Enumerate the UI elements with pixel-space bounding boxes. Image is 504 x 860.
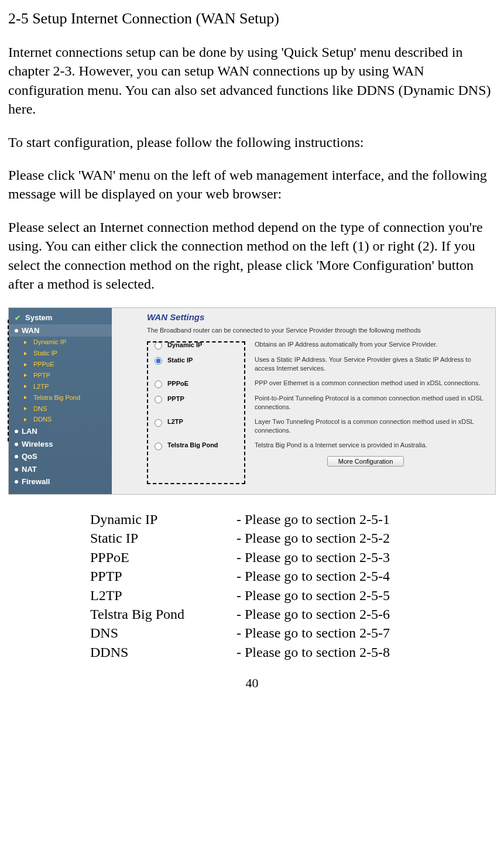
sidebar-sub-dns[interactable]: DNS xyxy=(9,403,112,414)
arrow-icon xyxy=(24,341,30,344)
bullet-icon xyxy=(15,455,18,458)
sidebar-sub-static-ip[interactable]: Static IP xyxy=(9,348,112,359)
ref-row: PPPoE- Please go to section 2-5-3 xyxy=(90,548,496,567)
option-desc: Obtains an IP Address automatically from… xyxy=(241,340,491,349)
sidebar-sub-label: Static IP xyxy=(33,349,57,358)
option-row-pppoe: PPPoE PPP over Ethernet is a common conn… xyxy=(147,379,491,388)
sidebar-label: WAN xyxy=(22,326,39,336)
ref-label: L2TP xyxy=(90,586,236,605)
page-heading: 2-5 Setup Internet Connection (WAN Setup… xyxy=(8,8,496,29)
radio-static-ip[interactable] xyxy=(155,357,162,365)
arrow-icon xyxy=(24,385,30,388)
option-label: L2TP xyxy=(167,417,183,426)
ref-target: - Please go to section 2-5-3 xyxy=(236,548,390,567)
radio-l2tp[interactable] xyxy=(155,419,162,427)
sidebar-label: System xyxy=(25,313,52,323)
panel-title: WAN Settings xyxy=(147,311,491,323)
ref-target: - Please go to section 2-5-4 xyxy=(236,567,390,585)
ref-target: - Please go to section 2-5-7 xyxy=(236,623,390,642)
paragraph-2: To start configuration, please follow th… xyxy=(8,133,496,152)
ref-label: PPTP xyxy=(90,567,236,585)
more-configuration-button[interactable]: More Configuration xyxy=(327,456,404,467)
sidebar-item-lan[interactable]: LAN xyxy=(9,425,112,438)
sidebar-label: LAN xyxy=(22,426,37,437)
arrow-icon xyxy=(24,407,30,410)
ref-label: DDNS xyxy=(90,643,236,662)
option-pptp[interactable]: PPTP xyxy=(147,394,241,403)
sidebar-label: NAT xyxy=(22,464,37,475)
option-telstra[interactable]: Telstra Big Pond xyxy=(147,441,241,450)
option-desc: PPP over Ethernet is a common connection… xyxy=(241,379,491,388)
ref-row: Dynamic IP- Please go to section 2-5-1 xyxy=(90,510,496,529)
arrow-icon xyxy=(24,352,30,355)
paragraph-4: Please select an Internet connection met… xyxy=(8,218,496,294)
option-label: Dynamic IP xyxy=(167,341,202,350)
sidebar-sub-label: DDNS xyxy=(33,415,52,424)
option-desc: Point-to-Point Tunneling Protocol is a c… xyxy=(241,394,491,412)
sidebar-label: Firewall xyxy=(22,477,50,487)
section-reference-list: Dynamic IP- Please go to section 2-5-1 S… xyxy=(90,510,496,662)
ref-target: - Please go to section 2-5-2 xyxy=(236,529,390,547)
page-number: 40 xyxy=(8,674,496,692)
sidebar-sub-telstra[interactable]: Telstra Big Pond xyxy=(9,392,112,403)
ref-target: - Please go to section 2-5-5 xyxy=(236,586,390,605)
sidebar-item-wireless[interactable]: Wireless xyxy=(9,438,112,451)
ref-row: DNS- Please go to section 2-5-7 xyxy=(90,623,496,642)
bullet-icon xyxy=(15,329,18,333)
option-static-ip[interactable]: Static IP xyxy=(147,355,241,365)
arrow-icon xyxy=(24,374,30,377)
sidebar-label: Wireless xyxy=(22,439,53,450)
option-row-pptp: PPTP Point-to-Point Tunneling Protocol i… xyxy=(147,394,491,412)
sidebar-label: QoS xyxy=(22,451,37,462)
option-label: PPTP xyxy=(167,395,184,403)
sidebar-sub-label: Telstra Big Pond xyxy=(33,393,80,402)
ref-row: PPTP- Please go to section 2-5-4 xyxy=(90,567,496,585)
arrow-icon xyxy=(24,396,30,399)
sidebar-item-firewall[interactable]: Firewall xyxy=(9,475,112,488)
ref-row: Telstra Big Pond- Please go to section 2… xyxy=(90,605,496,623)
panel-description: The Broadband router can be connected to… xyxy=(147,326,491,335)
bullet-icon xyxy=(15,443,18,446)
ref-label: Dynamic IP xyxy=(90,510,236,529)
radio-dynamic-ip[interactable] xyxy=(155,342,162,350)
ref-label: DNS xyxy=(90,623,236,642)
option-desc: Telstra Big Pond is a Internet service i… xyxy=(241,441,491,450)
arrow-icon xyxy=(24,418,30,422)
bullet-icon xyxy=(15,430,18,433)
sidebar-item-nat[interactable]: NAT xyxy=(9,463,112,476)
radio-telstra[interactable] xyxy=(155,443,162,450)
sidebar-sub-ddns[interactable]: DDNS xyxy=(9,414,112,425)
option-dynamic-ip[interactable]: Dynamic IP xyxy=(147,340,241,350)
router-ui-screenshot: 1 2 ✔ System WAN Dynamic IP Static IP PP… xyxy=(8,307,496,495)
sidebar-item-wan[interactable]: WAN xyxy=(9,324,112,337)
wan-options-group: Dynamic IP Obtains an IP Address automat… xyxy=(147,340,491,450)
option-desc: Layer Two Tunneling Protocol is a common… xyxy=(241,417,491,435)
radio-pptp[interactable] xyxy=(155,396,162,403)
sidebar-sub-label: PPPoE xyxy=(33,360,54,369)
sidebar-sub-pptp[interactable]: PPTP xyxy=(9,370,112,381)
option-l2tp[interactable]: L2TP xyxy=(147,417,241,427)
sidebar-sub-label: L2TP xyxy=(33,382,49,391)
sidebar-sub-pppoe[interactable]: PPPoE xyxy=(9,359,112,370)
option-row-telstra: Telstra Big Pond Telstra Big Pond is a I… xyxy=(147,441,491,450)
sidebar-sub-label: Dynamic IP xyxy=(33,338,66,347)
option-row-dynamic-ip: Dynamic IP Obtains an IP Address automat… xyxy=(147,340,491,350)
option-row-static-ip: Static IP Uses a Static IP Address. Your… xyxy=(147,355,491,373)
bullet-icon xyxy=(15,480,18,484)
sidebar-item-qos[interactable]: QoS xyxy=(9,450,112,463)
sidebar-sub-l2tp[interactable]: L2TP xyxy=(9,381,112,392)
ref-target: - Please go to section 2-5-6 xyxy=(236,605,390,623)
paragraph-1: Internet connections setup can be done b… xyxy=(8,43,496,119)
option-label: Static IP xyxy=(167,356,193,365)
sidebar-sub-label: PPTP xyxy=(33,371,50,380)
check-icon: ✔ xyxy=(15,314,22,321)
option-label: Telstra Big Pond xyxy=(167,441,218,450)
bullet-icon xyxy=(15,468,18,471)
sidebar-sub-dynamic-ip[interactable]: Dynamic IP xyxy=(9,337,112,348)
ref-target: - Please go to section 2-5-1 xyxy=(236,510,390,529)
ref-row: L2TP- Please go to section 2-5-5 xyxy=(90,586,496,605)
ref-label: Telstra Big Pond xyxy=(90,605,236,623)
option-pppoe[interactable]: PPPoE xyxy=(147,379,241,388)
sidebar-item-system[interactable]: ✔ System xyxy=(9,311,112,324)
radio-pppoe[interactable] xyxy=(155,381,162,388)
